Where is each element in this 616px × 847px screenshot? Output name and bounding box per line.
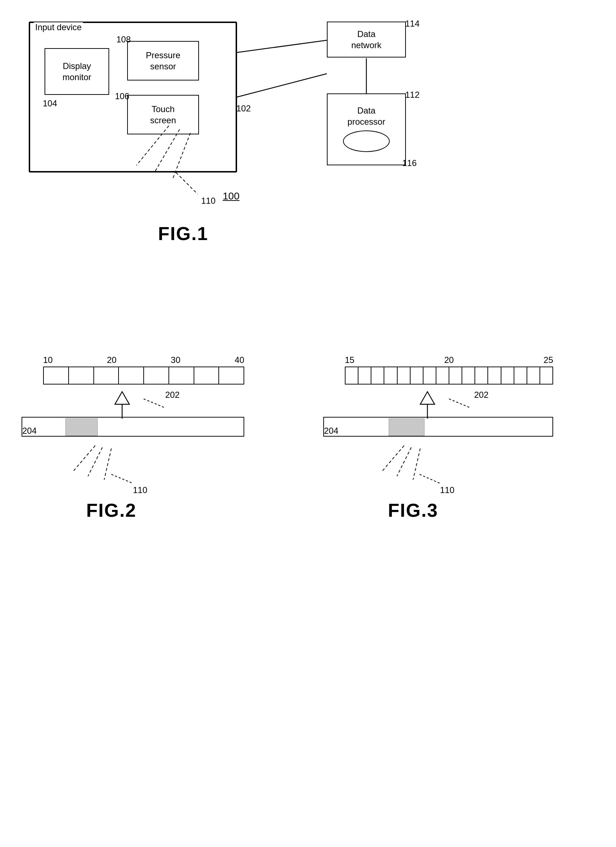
- scale-cell-3: [488, 367, 501, 384]
- svg-line-13: [111, 474, 133, 483]
- display-monitor-label: Displaymonitor: [62, 60, 91, 83]
- ref-112: 112: [405, 90, 420, 100]
- scale-cell-3: [398, 367, 411, 384]
- scale-cell-3: [514, 367, 527, 384]
- svg-line-16: [449, 399, 470, 408]
- fig2-scale-bar: [43, 366, 244, 385]
- ref-102: 102: [236, 103, 251, 114]
- scale-cell: [44, 367, 69, 384]
- scale-label-20: 20: [444, 355, 454, 365]
- display-monitor-box: Displaymonitor: [44, 48, 109, 95]
- fig3-scale-bar: [345, 366, 553, 385]
- scale-cell-3: [411, 367, 423, 384]
- scale-cell-3: [540, 367, 553, 384]
- fig2-scroll-bar: [22, 417, 244, 437]
- touch-screen-label: Touchscreen: [150, 103, 176, 126]
- scale-cell-3: [436, 367, 449, 384]
- fig2-scroll-thumb: [65, 418, 98, 436]
- scale-label-30: 30: [171, 355, 181, 365]
- scale-label-15: 15: [345, 355, 355, 365]
- touch-screen-box: Touchscreen: [127, 95, 199, 134]
- ref-202-fig2: 202: [165, 390, 180, 400]
- scale-cell-3: [371, 367, 384, 384]
- scale-cell: [144, 367, 169, 384]
- scale-cell-3: [475, 367, 488, 384]
- scale-cell-3: [384, 367, 397, 384]
- scale-cell-3: [501, 367, 514, 384]
- scale-cell: [194, 367, 220, 384]
- scale-cell: [119, 367, 144, 384]
- scale-cell-3: [449, 367, 462, 384]
- fig1-number: 100: [223, 190, 240, 202]
- scale-cell: [219, 367, 243, 384]
- fig3-caption: FIG.3: [388, 500, 438, 521]
- svg-line-17: [383, 446, 404, 471]
- svg-line-0: [237, 40, 327, 52]
- data-processor-box: Dataprocessor: [327, 93, 406, 165]
- scale-cell-3: [358, 367, 371, 384]
- svg-marker-14: [420, 392, 435, 404]
- input-device-label: Input device: [34, 22, 83, 32]
- data-processor-label: Dataprocessor: [347, 105, 385, 127]
- fig2-scale-labels: 10 20 30 40: [43, 355, 244, 365]
- svg-line-20: [420, 474, 440, 483]
- ref-108: 108: [116, 34, 131, 44]
- data-network-box: Datanetwork: [327, 22, 406, 58]
- scale-cell: [169, 367, 194, 384]
- svg-line-11: [88, 447, 102, 476]
- pressure-sensor-label: Pressuresensor: [146, 50, 180, 72]
- ref-104: 104: [43, 99, 57, 109]
- disk-ellipse: [343, 130, 390, 152]
- scale-label-20: 20: [107, 355, 117, 365]
- svg-marker-7: [115, 392, 129, 404]
- scale-cell: [69, 367, 94, 384]
- scale-label-10: 10: [43, 355, 53, 365]
- scale-cell-3: [346, 367, 358, 384]
- svg-line-12: [104, 449, 111, 480]
- svg-line-18: [397, 447, 411, 476]
- data-network-label: Datanetwork: [351, 28, 382, 51]
- svg-line-5: [237, 74, 327, 97]
- scale-cell-3: [527, 367, 540, 384]
- scale-cell-3: [423, 367, 436, 384]
- ref-204-fig3: 204: [324, 426, 338, 436]
- scale-label-40: 40: [234, 355, 244, 365]
- input-device-box: Input device Displaymonitor 104 Pressure…: [29, 22, 237, 173]
- ref-114: 114: [405, 19, 420, 29]
- svg-line-10: [74, 446, 95, 471]
- ref-110-fig3: 110: [440, 485, 454, 495]
- fig3-scroll-bar: [323, 417, 553, 437]
- fig3-scroll-thumb: [389, 418, 424, 436]
- fig2-caption: FIG.2: [86, 500, 137, 521]
- scale-label-25: 25: [544, 355, 553, 365]
- ref-116: 116: [402, 158, 417, 168]
- scale-cell: [94, 367, 119, 384]
- ref-202-fig3: 202: [474, 390, 488, 400]
- ref-106: 106: [115, 91, 129, 101]
- scale-cell-3: [462, 367, 475, 384]
- ref-204-fig2: 204: [22, 426, 37, 436]
- fig3-scale-labels: 15 20 25: [345, 355, 553, 365]
- svg-line-19: [413, 449, 420, 480]
- ref-110-fig1: 110: [201, 196, 215, 206]
- svg-line-6: [176, 173, 197, 194]
- svg-line-9: [144, 399, 165, 408]
- fig1-caption: FIG.1: [158, 223, 208, 244]
- ref-110-fig2: 110: [133, 485, 147, 495]
- pressure-sensor-box: Pressuresensor: [127, 41, 199, 81]
